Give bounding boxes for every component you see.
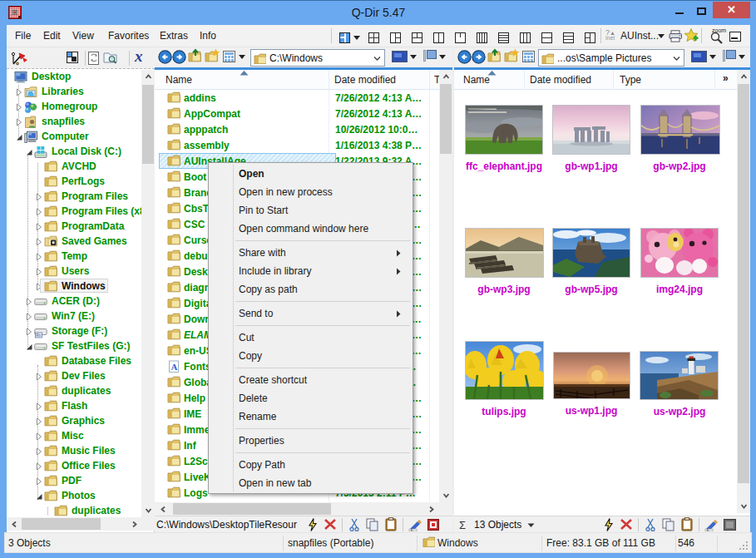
svg-text:zoom: zoom [712, 27, 726, 33]
svg-text:Rn: Rn [36, 333, 41, 338]
svg-text:A: A [171, 362, 178, 372]
